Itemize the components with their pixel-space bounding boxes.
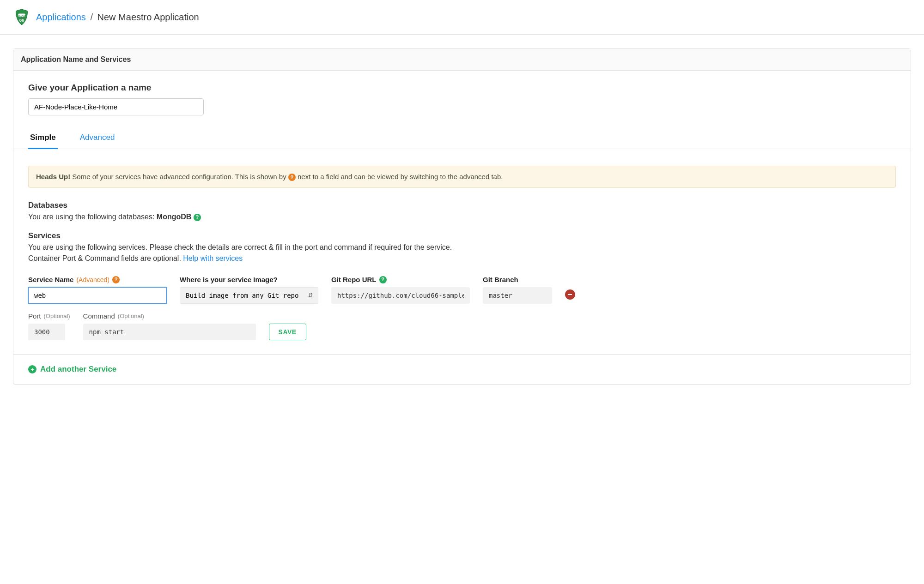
help-icon[interactable]: ? [379,276,387,283]
command-optional: (Optional) [118,313,144,319]
svg-rect-3 [568,294,572,295]
git-repo-label: Git Repo URL ? [331,276,470,283]
git-branch-input[interactable] [483,287,552,304]
topbar: CLOUD 66 Applications / New Maestro Appl… [0,0,924,35]
tab-advanced[interactable]: Advanced [78,129,117,149]
databases-heading: Databases [28,201,896,210]
help-icon[interactable]: ? [112,276,120,283]
command-input[interactable] [83,324,256,340]
breadcrumb-separator: / [90,12,93,22]
tabs: Simple Advanced [13,129,911,149]
help-icon: ? [288,174,296,181]
panel-header: Application Name and Services [13,49,911,71]
add-another-service-link[interactable]: + Add another Service [28,365,116,374]
app-name-input[interactable] [28,98,204,115]
port-input[interactable] [28,324,65,340]
service-name-advanced: (Advanced) [76,276,109,283]
breadcrumb: Applications / New Maestro Application [36,12,199,23]
help-icon[interactable]: ? [194,214,201,221]
git-branch-label: Git Branch [483,276,552,283]
services-line-1: You are using the following services. Pl… [28,243,896,252]
alert-lead: Heads Up! [36,173,70,181]
service-row: Service Name (Advanced) ? Where is your … [28,276,896,304]
image-source-select[interactable]: Build image from any Git repo [180,287,318,304]
service-row-2: Port (Optional) Command (Optional) SA [28,312,896,340]
add-another-service-label: Add another Service [40,365,116,374]
databases-prefix: You are using the following databases: [28,213,157,221]
git-repo-input[interactable] [331,287,470,304]
save-button[interactable]: SAVE [269,324,306,340]
service-name-label: Service Name (Advanced) ? [28,276,167,283]
port-optional: (Optional) [44,313,70,319]
svg-text:66: 66 [19,18,24,23]
heads-up-alert: Heads Up! Some of your services have adv… [28,166,896,188]
panel-footer: + Add another Service [13,354,911,384]
image-source-label: Where is your service Image? [180,276,318,283]
minus-icon [567,292,573,297]
help-with-services-link[interactable]: Help with services [183,254,243,262]
services-line-2: Container Port & Command fields are opti… [28,254,896,263]
tab-simple[interactable]: Simple [28,129,58,149]
remove-service-button[interactable] [565,289,575,300]
alert-text-post: next to a field and can be viewed by swi… [296,173,503,181]
breadcrumb-applications-link[interactable]: Applications [36,12,86,22]
main-panel: Application Name and Services Give your … [13,48,911,385]
plus-circle-icon: + [28,365,36,373]
databases-line: You are using the following databases: M… [28,213,896,221]
breadcrumb-current: New Maestro Application [97,12,199,22]
alert-text-pre: Some of your services have advanced conf… [70,173,288,181]
svg-text:CLOUD: CLOUD [18,15,26,17]
port-label: Port (Optional) [28,312,70,320]
app-name-label: Give your Application a name [28,83,896,93]
services-heading: Services [28,231,896,241]
cloud66-logo: CLOUD 66 [13,8,30,26]
command-label: Command (Optional) [83,312,256,320]
service-name-input[interactable] [28,287,167,304]
databases-name: MongoDB [157,213,192,221]
